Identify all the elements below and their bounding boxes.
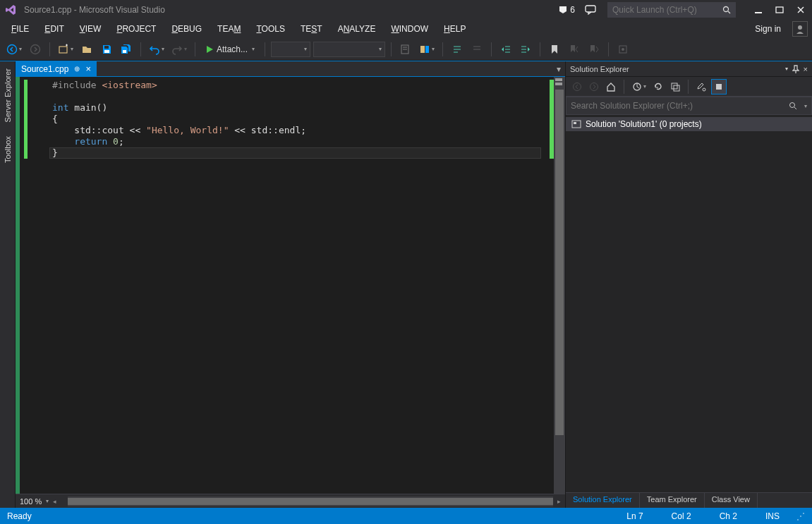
menu-edit[interactable]: EDIT — [37, 22, 71, 36]
maximize-button[interactable] — [772, 3, 787, 17]
code-line[interactable]: −int main() — [49, 102, 541, 114]
status-ch: Ch 2 — [720, 511, 737, 521]
nav-back-button[interactable]: ▾ — [4, 41, 24, 58]
panel-header: Solution Explorer ▾ × — [566, 61, 812, 77]
zoom-level[interactable]: 100 % — [20, 497, 42, 506]
panel-close-icon[interactable]: × — [804, 65, 808, 73]
se-home-button[interactable] — [604, 79, 618, 95]
svg-rect-4 — [776, 7, 783, 13]
next-bookmark-button[interactable] — [586, 41, 602, 58]
menu-project[interactable]: PROJECT — [109, 22, 163, 36]
solution-tree[interactable]: Solution 'Solution1' (0 projects) — [566, 115, 812, 492]
menu-help[interactable]: HELP — [437, 22, 473, 36]
menu-analyze[interactable]: ANALYZE — [331, 22, 383, 36]
decrease-indent-button[interactable] — [497, 41, 514, 58]
svg-rect-40 — [716, 84, 722, 90]
editor-tab-active[interactable]: Source1.cpp ⊕ × — [16, 61, 97, 76]
code-line[interactable] — [49, 91, 541, 102]
svg-point-7 — [798, 25, 802, 30]
search-options-icon[interactable]: ▾ — [804, 103, 807, 109]
quick-launch-field[interactable] — [612, 5, 731, 15]
bookmark-button[interactable] — [546, 41, 563, 58]
extension-button[interactable] — [614, 41, 631, 58]
minimize-button[interactable] — [751, 3, 765, 17]
notifications-count: 6 — [570, 5, 575, 15]
vertical-scrollbar[interactable] — [554, 77, 565, 494]
comment-out-button[interactable] — [449, 41, 466, 58]
panel-options-icon[interactable]: ▾ — [785, 66, 788, 72]
tabs-overflow-button[interactable]: ▾ — [552, 61, 565, 76]
code-line[interactable]: return 0; — [49, 136, 541, 147]
tab-team-explorer[interactable]: Team Explorer — [640, 493, 705, 508]
pin-icon[interactable]: ⊕ — [74, 65, 80, 73]
se-refresh-button[interactable] — [651, 79, 665, 95]
rail-server-explorer[interactable]: Server Explorer — [2, 64, 13, 126]
resize-grip-icon[interactable]: ⋰ — [796, 511, 805, 521]
solution-explorer-panel: Solution Explorer ▾ × ▾ ▾ Solut — [565, 61, 812, 508]
se-search-input[interactable]: ▾ — [566, 97, 812, 115]
solution-root-row[interactable]: Solution 'Solution1' (0 projects) — [566, 117, 812, 131]
svg-rect-33 — [555, 83, 562, 85]
sign-in-link[interactable]: Sign in — [748, 22, 788, 36]
se-collapse-button[interactable] — [668, 79, 682, 95]
menu-window[interactable]: WINDOW — [384, 22, 435, 36]
code-line[interactable]: std::cout << "Hello, World!" << std::end… — [49, 125, 541, 136]
svg-rect-11 — [104, 46, 109, 49]
solution-icon — [571, 119, 581, 129]
zoom-dropdown-icon[interactable]: ▾ — [46, 498, 49, 504]
close-tab-icon[interactable]: × — [85, 63, 91, 74]
open-file-button[interactable] — [78, 41, 95, 58]
horizontal-scrollbar[interactable] — [68, 496, 553, 506]
notifications-badge[interactable]: 6 — [559, 5, 575, 15]
code-editor[interactable]: #include <iostream>−int main(){ std::cou… — [16, 77, 565, 494]
se-sync-button[interactable]: ▾ — [630, 79, 648, 95]
se-search-field[interactable] — [571, 101, 807, 111]
menu-tools[interactable]: TOOLS — [249, 22, 291, 36]
svg-line-42 — [794, 107, 796, 109]
tab-solution-explorer[interactable]: Solution Explorer — [566, 493, 640, 508]
rail-toolbox[interactable]: Toolbox — [2, 132, 13, 167]
svg-rect-17 — [420, 46, 425, 53]
main-toolbar: ▾ ▾ ▾ ▾ Attach... ▾ ▾ ▾ ▾ — [0, 38, 812, 61]
close-button[interactable] — [794, 3, 808, 17]
svg-rect-12 — [104, 50, 109, 53]
save-all-button[interactable] — [118, 41, 135, 58]
se-forward-button[interactable] — [587, 79, 601, 95]
prev-bookmark-button[interactable] — [566, 41, 583, 58]
tab-class-view[interactable]: Class View — [705, 493, 758, 508]
menu-view[interactable]: VIEW — [73, 22, 109, 36]
menu-test[interactable]: TEST — [293, 22, 329, 36]
menu-debug[interactable]: DEBUG — [164, 22, 209, 36]
find-in-files-button[interactable] — [397, 41, 414, 58]
search-icon — [722, 6, 731, 14]
uncomment-button[interactable] — [468, 41, 485, 58]
feedback-icon[interactable] — [585, 5, 596, 15]
panel-pin-icon[interactable] — [792, 65, 799, 73]
undo-button[interactable]: ▾ — [147, 41, 166, 58]
toggle-button-a[interactable]: ▾ — [417, 41, 437, 58]
svg-point-1 — [724, 7, 729, 12]
menu-file[interactable]: FILE — [4, 22, 36, 36]
split-editor-icon[interactable] — [554, 77, 565, 88]
attach-debug-button[interactable]: Attach... ▾ — [201, 41, 259, 58]
se-showall-button[interactable] — [711, 79, 727, 95]
save-button[interactable] — [98, 41, 115, 58]
solution-config-combo[interactable]: ▾ — [271, 42, 310, 57]
new-project-button[interactable]: ▾ — [56, 41, 75, 58]
se-properties-button[interactable] — [694, 79, 708, 95]
solution-platform-combo[interactable]: ▾ — [313, 42, 385, 57]
panel-bottom-tabs: Solution Explorer Team Explorer Class Vi… — [566, 492, 812, 508]
se-back-button[interactable] — [570, 79, 584, 95]
code-line[interactable]: { — [49, 114, 541, 125]
code-line[interactable]: } — [49, 147, 541, 159]
nav-forward-button[interactable] — [27, 41, 44, 58]
quick-launch-input[interactable] — [607, 2, 736, 18]
increase-indent-button[interactable] — [517, 41, 534, 58]
status-ins[interactable]: INS — [765, 511, 780, 521]
code-line[interactable]: #include <iostream> — [49, 80, 541, 91]
user-avatar-icon[interactable] — [792, 21, 808, 37]
svg-rect-32 — [555, 78, 562, 81]
code-content[interactable]: #include <iostream>−int main(){ std::cou… — [49, 77, 541, 494]
menu-team[interactable]: TEAM — [210, 22, 248, 36]
redo-button[interactable]: ▾ — [169, 41, 189, 58]
